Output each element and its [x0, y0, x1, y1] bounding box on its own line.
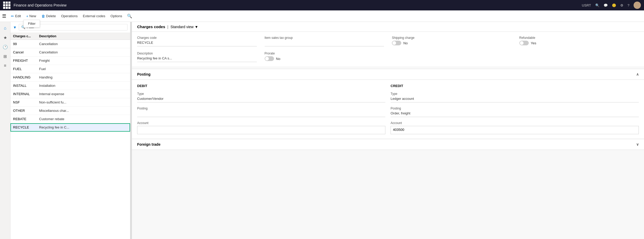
- col-desc-header: Description: [39, 34, 127, 38]
- filter-icon[interactable]: ▼: [13, 25, 17, 29]
- list-rows-container: 99 Cancellation Cancel Cancellation FREI…: [10, 40, 130, 132]
- credit-type-value[interactable]: Ledger account: [391, 97, 639, 102]
- operations-button[interactable]: Operations: [58, 13, 80, 20]
- list-panel: ▼ 🔍 Charges c... Description 99 Cancella…: [10, 22, 130, 239]
- list-item-desc: Handling: [39, 75, 127, 79]
- debit-account-value[interactable]: [137, 126, 385, 134]
- new-icon: +: [26, 14, 28, 18]
- edit-icon: ✏: [11, 14, 14, 18]
- refundable-value: Yes: [531, 41, 536, 45]
- title-bar: Finance and Operations Preview USRT 🔍 💬 …: [0, 0, 644, 10]
- nav-modules-icon[interactable]: ≡: [1, 62, 9, 70]
- charges-code-field: Charges code RECYCLE: [137, 36, 257, 46]
- external-codes-button[interactable]: External codes: [80, 13, 108, 20]
- foreign-trade-collapse-icon: ∨: [636, 142, 639, 146]
- breadcrumb: Charges codes: [137, 24, 165, 29]
- credit-account-value[interactable]: 403500: [391, 126, 639, 134]
- left-nav: ⌂ ★ 🕐 ⊞ ≡: [0, 22, 10, 239]
- list-item[interactable]: FREIGHT Freight: [10, 57, 130, 65]
- debit-type-label: Type: [137, 92, 385, 96]
- list-header: Charges c... Description: [10, 33, 130, 40]
- posting-section-header[interactable]: Posting ∧: [132, 69, 644, 80]
- list-item[interactable]: NSF Non-sufficient fu...: [10, 98, 130, 107]
- filter-input[interactable]: [27, 25, 125, 29]
- search-icon[interactable]: 🔍: [595, 3, 599, 7]
- shipping-charge-toggle[interactable]: [392, 41, 401, 45]
- prorate-toggle[interactable]: [265, 56, 274, 61]
- nav-workspaces-icon[interactable]: ⊞: [1, 52, 9, 60]
- credit-posting-value[interactable]: Order, freight: [391, 111, 639, 117]
- refundable-toggle-group: Yes: [519, 41, 639, 45]
- list-item[interactable]: FUEL Fuel: [10, 65, 130, 73]
- list-item-code: HANDLING: [13, 75, 39, 79]
- debit-posting-field: Posting: [137, 107, 385, 117]
- prorate-toggle-group: No: [265, 56, 384, 61]
- list-item[interactable]: HANDLING Handling: [10, 73, 130, 82]
- list-item-code: RECYCLE: [13, 125, 39, 129]
- list-item[interactable]: INTERNAL Internal expense: [10, 90, 130, 98]
- refundable-label: Refundable: [519, 36, 639, 40]
- foreign-trade-section: Foreign trade ∨: [132, 139, 644, 150]
- emoji-icon[interactable]: 🙂: [612, 3, 616, 7]
- list-item-desc: Internal expense: [39, 92, 127, 96]
- shipping-charge-field: Shipping charge No: [392, 36, 512, 46]
- list-item[interactable]: INSTALL Installation: [10, 82, 130, 90]
- settings-icon[interactable]: ⚙: [620, 3, 623, 7]
- main-layout: ⌂ ★ 🕐 ⊞ ≡ ▼ 🔍 Charges c... Description 9…: [0, 22, 644, 239]
- view-selector[interactable]: Standard view ▼: [171, 25, 198, 29]
- avatar[interactable]: [634, 2, 641, 9]
- command-bar: ☰ ✏ Edit + New Filter 🗑 Delete Operation…: [0, 10, 644, 22]
- list-item[interactable]: OTHER Miscellanous char...: [10, 107, 130, 115]
- credit-col: CREDIT Type Ledger account Posting Order…: [391, 84, 639, 134]
- list-item-desc: Fuel: [39, 67, 127, 71]
- list-item-code: Cancel: [13, 50, 39, 54]
- nav-favorites-icon[interactable]: ★: [1, 33, 9, 42]
- user-label: USRT: [582, 3, 591, 7]
- list-table: Charges c... Description 99 Cancellation…: [10, 33, 130, 239]
- command-search-icon[interactable]: 🔍: [127, 14, 132, 19]
- refundable-field: Refundable Yes: [519, 36, 639, 46]
- list-item-desc: Cancellation: [39, 50, 127, 54]
- shipping-charge-label: Shipping charge: [392, 36, 512, 40]
- item-sales-tax-value[interactable]: [265, 41, 384, 46]
- posting-section: Posting ∧ DEBIT Type Customer/Vendor Pos…: [132, 69, 644, 138]
- col-code-header: Charges c...: [13, 34, 39, 38]
- credit-type-field: Type Ledger account: [391, 92, 639, 102]
- app-title: Finance and Operations Preview: [14, 3, 582, 7]
- form-section: Charges code RECYCLE Item sales tax grou…: [132, 32, 644, 66]
- delete-icon: 🗑: [41, 14, 45, 18]
- prorate-value: No: [276, 57, 281, 61]
- breadcrumb-separator: |: [167, 24, 168, 29]
- list-item-desc: Recycling fee in C...: [39, 125, 127, 129]
- prorate-label: Prorate: [265, 52, 384, 55]
- chat-icon[interactable]: 💬: [604, 3, 608, 7]
- debit-posting-value[interactable]: [137, 111, 385, 117]
- chevron-down-icon: ▼: [195, 25, 198, 29]
- credit-account-field: Account 403500: [391, 121, 639, 134]
- list-item[interactable]: Cancel Cancellation: [10, 48, 130, 57]
- shipping-charge-value: No: [403, 41, 408, 45]
- hamburger-icon[interactable]: ☰: [2, 13, 6, 19]
- debit-type-value[interactable]: Customer/Vendor: [137, 97, 385, 102]
- list-item[interactable]: 99 Cancellation: [10, 40, 130, 48]
- help-icon[interactable]: ?: [628, 3, 629, 7]
- list-item-desc: Freight: [39, 59, 127, 63]
- delete-button[interactable]: 🗑 Delete: [39, 13, 59, 20]
- edit-button[interactable]: ✏ Edit: [8, 13, 23, 20]
- form-grid: Charges code RECYCLE Item sales tax grou…: [137, 36, 639, 62]
- list-item-code: FREIGHT: [13, 59, 39, 63]
- foreign-trade-section-header[interactable]: Foreign trade ∨: [132, 139, 644, 150]
- charges-code-value[interactable]: RECYCLE: [137, 41, 257, 46]
- nav-recent-icon[interactable]: 🕐: [1, 43, 9, 51]
- new-button[interactable]: + New Filter: [23, 13, 39, 20]
- list-item-code: 99: [13, 42, 39, 46]
- nav-home-icon[interactable]: ⌂: [1, 24, 9, 32]
- credit-account-label: Account: [391, 121, 639, 125]
- list-item[interactable]: REBATE Customer rebate: [10, 115, 130, 123]
- list-item[interactable]: RECYCLE Recycling fee in C...: [10, 123, 130, 132]
- options-button[interactable]: Options: [108, 13, 125, 20]
- description-value[interactable]: Recycling fee in CA s...: [137, 56, 257, 62]
- description-label: Description: [137, 52, 257, 55]
- list-item-code: OTHER: [13, 109, 39, 113]
- refundable-toggle[interactable]: [519, 41, 529, 45]
